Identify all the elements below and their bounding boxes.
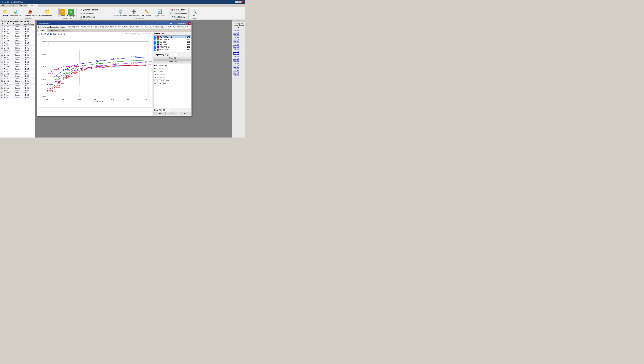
table-row[interactable]: 7 Z-zero Doosan DS-7 <box>0 40 35 42</box>
qualified-materials-filter[interactable]: ☑ Qualified Materials <box>79 8 99 12</box>
material-item[interactable]: MEGTRON 6 3.752 <box>154 46 190 48</box>
table-row[interactable]: 19 Z-zero Doosan DS-7 <box>0 68 35 70</box>
table-row[interactable]: 21 Z-zero Doosan DS-7 <box>0 73 35 75</box>
ipc-dropdown[interactable]: ▾ <box>232 27 245 29</box>
table-row[interactable]: 14 Z-zero Doosan DS-7 <box>0 56 35 59</box>
far-right-slash-sheet[interactable]: /102 /91 <box>232 48 246 50</box>
tab-library[interactable]: Library <box>28 4 38 8</box>
zzero-library-button[interactable]: 📚 Z-zero Library <box>170 8 186 12</box>
maximize-button[interactable]: □ <box>238 1 241 3</box>
material-item[interactable]: EM-888K 3.233 <box>154 40 190 43</box>
close-button2[interactable]: Close <box>179 112 191 115</box>
cores-button[interactable]: ■ Cores <box>58 8 66 17</box>
copy-button[interactable]: Copy <box>154 112 166 115</box>
material-item[interactable]: DS-7409DV 3.560 <box>154 38 190 40</box>
table-row[interactable]: 18 Z-zero Doosan DS-7 <box>0 66 35 68</box>
table-row[interactable]: 29 Z-zero Doosan DS-7 <box>0 92 35 94</box>
dk-radio-input[interactable] <box>38 33 40 35</box>
freq-input[interactable] <box>168 53 177 56</box>
dk-radio[interactable]: Dk <box>38 33 43 35</box>
table-row[interactable]: 10 Z-zero Doosan DS-7 <box>0 47 35 49</box>
table-row[interactable]: 4 Z-zero Doosan DS-7 <box>0 33 35 35</box>
material-checkbox[interactable] <box>154 36 156 38</box>
table-row[interactable]: 5 Z-zero Doosan DS-7 <box>0 35 35 38</box>
table-row[interactable]: 28 Z-zero Doosan DS-7 <box>0 89 35 92</box>
table-row[interactable]: 24 Z-zero Doosan DS-7 <box>0 80 35 82</box>
uncheck-all-button2[interactable]: Uncheck All <box>154 60 191 63</box>
table-row[interactable]: 26 Z-zero Doosan DS-7 <box>0 84 35 87</box>
stackup-lib-button[interactable]: 📊 Stackup & Lib <box>9 8 22 17</box>
table-row[interactable]: 31 Z-zero Doosan DS-7 <box>0 96 35 99</box>
material-checkbox[interactable] <box>154 41 156 43</box>
material-item[interactable]: DS-7409DV (N) 3.340 <box>154 36 190 38</box>
material-checkbox[interactable] <box>154 48 156 50</box>
table-row[interactable]: 13 Z-zero Doosan DS-7 <box>0 54 35 56</box>
print-button[interactable]: Print <box>166 112 178 115</box>
far-right-slash-sheet[interactable]: /102 /91 <box>232 67 246 70</box>
far-right-slash-sheet[interactable]: /102 /91 <box>232 60 246 62</box>
table-row[interactable]: 27 Z-zero Doosan DS-7 <box>0 87 35 89</box>
delete-material-button[interactable]: 🗑️ Delete Material <box>113 8 128 17</box>
far-right-slash-sheet[interactable]: /102 /91 <box>232 32 246 34</box>
check-all-button[interactable]: Check All <box>154 57 191 60</box>
material-checkbox[interactable] <box>154 43 156 46</box>
df-radio[interactable]: Df <box>44 33 48 35</box>
edit-column-button[interactable]: ✏️ Edit Column... <box>140 8 154 17</box>
table-row[interactable]: 1 Z-zero Doosan DS-7 <box>0 26 35 28</box>
chart-svg-container[interactable]: 0.0080 0.0060 0.0040 0.0020 0.0000 <box>38 35 152 108</box>
far-right-slash-sheet[interactable]: /102 /91 <box>232 72 246 74</box>
table-row[interactable]: 11 Z-zero Doosan DS-7 <box>0 49 35 52</box>
table-row[interactable]: 6 Z-zero Doosan DS-7 <box>0 38 35 40</box>
table-row[interactable]: 22 Z-zero Doosan DS-7 <box>0 75 35 78</box>
far-right-slash-sheet[interactable]: /102 /91 <box>232 39 246 41</box>
table-row[interactable]: 25 Z-zero Doosan DS-7 <box>0 82 35 84</box>
show-labels-input[interactable] <box>50 33 52 35</box>
send-to-stackup-button[interactable]: 📤 Send to Stackup <box>22 8 38 17</box>
table-row[interactable]: 15 Z-zero Doosan DS-7 <box>0 59 35 61</box>
far-right-slash-sheet[interactable]: /102 /91 <box>232 62 246 65</box>
tab-radial-plot[interactable]: Radial Plot <box>48 29 60 32</box>
material-checkbox[interactable] <box>154 38 156 40</box>
close-button[interactable]: ✕ <box>241 1 244 3</box>
material-checkbox[interactable] <box>154 46 156 48</box>
table-row[interactable]: 9 Z-zero Doosan DS-7 <box>0 44 35 47</box>
tab-stackup[interactable]: Stackup <box>17 4 28 8</box>
project-button[interactable]: 📁 Project <box>1 8 9 17</box>
df-radio-input[interactable] <box>44 33 46 35</box>
far-right-slash-sheet[interactable]: /102 /91 <box>232 34 246 36</box>
corporate-library-button[interactable]: 🏢 Corporate Library <box>168 12 188 15</box>
sync-lib-button[interactable]: 🔄 Sync Zo Lib <box>154 8 165 17</box>
material-item[interactable]: NPG-186 3.565 <box>154 43 190 46</box>
far-right-slash-sheet[interactable]: /102 /91 <box>232 44 246 46</box>
add-material-button[interactable]: ➕ Add Material <box>128 8 140 17</box>
tab-xy-plot[interactable]: XY Plot <box>38 29 47 32</box>
far-right-slash-sheet[interactable]: /102 /91 <box>232 55 246 58</box>
prepregs-button[interactable]: ▦ Prepregs <box>66 8 76 17</box>
table-row[interactable]: 16 Z-zero Doosan DS-7 <box>0 61 35 63</box>
far-right-slash-sheet[interactable]: /102 /91 <box>232 29 246 32</box>
two-ply-filter[interactable]: ☑ 2 Ply Materials <box>79 15 99 18</box>
table-row[interactable]: 8 Z-zero Doosan DS-7 <box>0 42 35 44</box>
table-row[interactable]: 23 Z-zero Doosan DS-7 <box>0 78 35 80</box>
far-right-slash-sheet[interactable]: /102 /91 <box>232 36 246 39</box>
filter-text[interactable]: Filter: Meg6 Class = (Category) IN (Z-ze… <box>66 26 190 28</box>
local-library-button[interactable]: 💻 Local Library <box>170 15 186 18</box>
table-row[interactable]: 20 Z-zero Doosan DS-7 <box>0 70 35 73</box>
find-button[interactable]: 🔍 Find ... <box>191 8 198 17</box>
show-labels-checkbox[interactable]: Show all labels <box>50 33 65 35</box>
tab-dk-df[interactable]: Dk, Df f) <box>60 29 70 32</box>
resin-input[interactable] <box>162 109 169 112</box>
tab-home[interactable]: Home <box>8 4 17 8</box>
table-row[interactable]: 2 Z-zero Doosan DS-7 <box>0 28 35 30</box>
minimize-button[interactable]: − <box>235 1 238 3</box>
far-right-slash-sheet[interactable]: /102 /91 <box>232 46 246 48</box>
table-row[interactable]: 12 Z-zero Doosan DS-7 <box>0 52 35 54</box>
far-right-slash-sheet[interactable]: /102 /91 <box>232 70 246 72</box>
far-right-slash-sheet[interactable]: /102 /91 <box>232 58 246 60</box>
far-right-slash-sheet[interactable]: /102 /91 <box>232 53 246 55</box>
tab-file[interactable]: File <box>0 4 8 8</box>
far-right-slash-sheet[interactable]: /102 /91 <box>232 74 246 76</box>
table-row[interactable]: 17 Z-zero Doosan DS-7 <box>0 63 35 66</box>
material-mapper-button[interactable]: 🗂️ Material Mapper ... <box>38 8 56 17</box>
table-row[interactable]: 3 Z-zero Doosan DS-7 <box>0 30 35 33</box>
